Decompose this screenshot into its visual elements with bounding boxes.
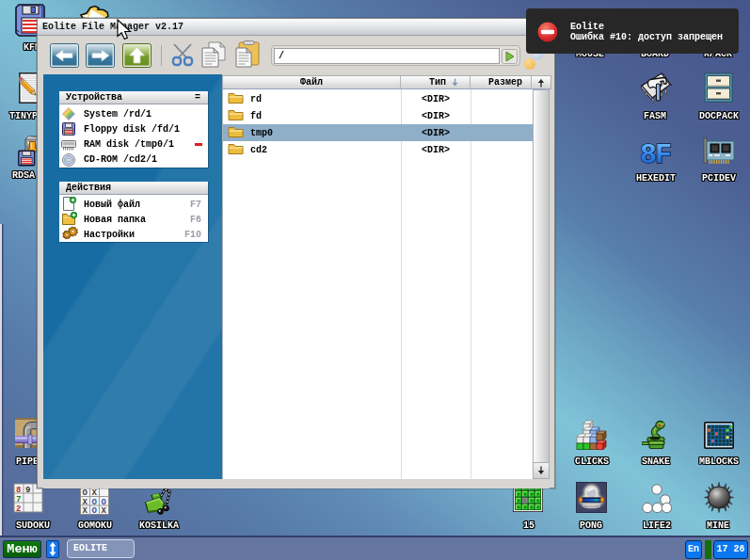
svg-text:8: 8 <box>16 486 21 495</box>
svg-text:O: O <box>83 488 88 498</box>
svg-text:X: X <box>102 506 107 515</box>
svg-text:8F: 8F <box>641 139 671 166</box>
svg-text:O: O <box>102 498 107 507</box>
svg-text:2: 2 <box>16 504 21 514</box>
svg-text:9: 9 <box>25 486 30 495</box>
svg-text:X: X <box>83 506 88 515</box>
svg-text:O: O <box>92 498 98 507</box>
svg-text:X: X <box>92 488 98 498</box>
svg-text:7: 7 <box>16 495 21 504</box>
svg-text:X: X <box>83 498 88 507</box>
svg-text:O: O <box>92 506 98 515</box>
